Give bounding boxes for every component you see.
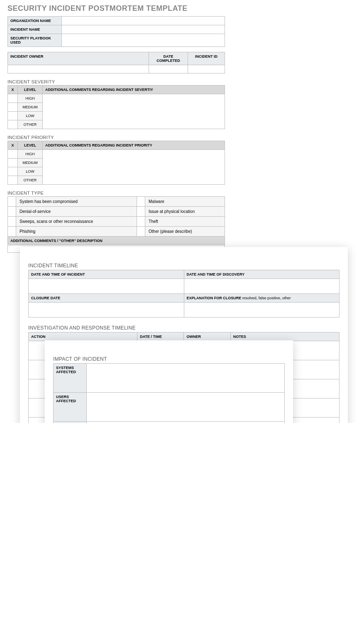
page-3-card: IMPACT OF INCIDENT SYSTEMS AFFECTED USER… bbox=[45, 340, 293, 423]
timeline-h4-note: resolved, false positive, other bbox=[241, 296, 291, 300]
type-check-5[interactable] bbox=[137, 207, 145, 217]
severity-level-low: LOW bbox=[18, 112, 43, 120]
impact-users-label: USERS AFFECTED bbox=[54, 393, 87, 422]
incident-id-value[interactable] bbox=[188, 65, 225, 73]
type-label-5: Issue at physical location bbox=[145, 207, 225, 217]
type-check-0[interactable] bbox=[8, 197, 16, 207]
date-completed-value[interactable] bbox=[149, 65, 188, 73]
priority-col-level: LEVEL bbox=[18, 141, 43, 150]
priority-level-low: LOW bbox=[18, 167, 43, 176]
timeline-v1[interactable] bbox=[29, 279, 184, 294]
incident-id-header: INCIDENT ID bbox=[188, 52, 225, 65]
org-name-label: ORGANIZATION NAME bbox=[8, 17, 62, 25]
impact-users-value[interactable] bbox=[87, 393, 285, 422]
priority-col-comments: ADDITIONAL COMMENTS REGARDING INCIDENT P… bbox=[43, 141, 225, 150]
type-table: System has been compromised Malware Deni… bbox=[7, 196, 225, 253]
type-check-1[interactable] bbox=[8, 207, 16, 217]
incident-owner-value[interactable] bbox=[8, 65, 149, 73]
type-label-7: Other (please describe) bbox=[145, 227, 225, 237]
priority-table: X LEVEL ADDITIONAL COMMENTS REGARDING IN… bbox=[7, 141, 225, 185]
impact-systems-label: SYSTEMS AFFECTED bbox=[54, 364, 87, 393]
meta-table: INCIDENT OWNER DATE COMPLETED INCIDENT I… bbox=[7, 52, 225, 73]
severity-col-comments: ADDITIONAL COMMENTS REGARDING INCIDENT S… bbox=[43, 86, 225, 94]
priority-x-other[interactable] bbox=[8, 176, 18, 185]
priority-x-low[interactable] bbox=[8, 167, 18, 176]
timeline-h4: EXPLANATION FOR CLOSURE resolved, false … bbox=[184, 294, 340, 303]
timeline-v4[interactable] bbox=[184, 303, 340, 318]
severity-col-x: X bbox=[8, 86, 18, 94]
inv-col-notes: NOTES bbox=[230, 332, 339, 341]
severity-x-medium[interactable] bbox=[8, 103, 18, 112]
priority-title: INCIDENT PRIORITY bbox=[7, 135, 225, 140]
timeline-h4-label: EXPLANATION FOR CLOSURE bbox=[187, 296, 242, 300]
impact-table: SYSTEMS AFFECTED USERS AFFECTED IMPACT O… bbox=[53, 363, 285, 423]
inv-col-action: ACTION bbox=[29, 332, 137, 341]
timeline-h3: CLOSURE DATE bbox=[29, 294, 184, 303]
type-label-1: Denial-of-service bbox=[16, 207, 137, 217]
type-label-4: Malware bbox=[145, 197, 225, 207]
priority-x-medium[interactable] bbox=[8, 159, 18, 167]
inv-col-datetime: DATE / TIME bbox=[137, 332, 184, 341]
document-title: SECURITY INCIDENT POSTMORTEM TEMPLATE bbox=[7, 4, 225, 13]
type-check-3[interactable] bbox=[8, 227, 16, 237]
priority-level-other: OTHER bbox=[18, 176, 43, 185]
timeline-table: DATE AND TIME OF INCIDENT DATE AND TIME … bbox=[28, 270, 340, 318]
timeline-v3[interactable] bbox=[29, 303, 184, 318]
priority-level-medium: MEDIUM bbox=[18, 159, 43, 167]
timeline-h1: DATE AND TIME OF INCIDENT bbox=[29, 270, 184, 279]
severity-x-high[interactable] bbox=[8, 94, 18, 103]
playbook-label: SECURITY PLAYBOOK USED bbox=[8, 34, 62, 47]
impact-parties-label: IMPACT ON OTHER INVOLVED PARTIES bbox=[54, 422, 87, 423]
incident-name-label: INCIDENT NAME bbox=[8, 25, 62, 34]
priority-col-x: X bbox=[8, 141, 18, 150]
priority-comments[interactable] bbox=[43, 150, 225, 185]
impact-title: IMPACT OF INCIDENT bbox=[53, 356, 285, 362]
type-check-6[interactable] bbox=[137, 217, 145, 227]
type-label-3: Phishing bbox=[16, 227, 137, 237]
date-completed-header: DATE COMPLETED bbox=[149, 52, 188, 65]
severity-level-high: HIGH bbox=[18, 94, 43, 103]
type-label-6: Theft bbox=[145, 217, 225, 227]
severity-comments[interactable] bbox=[43, 94, 225, 129]
type-check-2[interactable] bbox=[8, 217, 16, 227]
inv-col-owner: OWNER bbox=[184, 332, 230, 341]
priority-x-high[interactable] bbox=[8, 150, 18, 159]
severity-col-level: LEVEL bbox=[18, 86, 43, 94]
timeline-v2[interactable] bbox=[184, 279, 340, 294]
timeline-h2: DATE AND TIME OF DISCOVERY bbox=[184, 270, 340, 279]
type-check-4[interactable] bbox=[137, 197, 145, 207]
priority-level-high: HIGH bbox=[18, 150, 43, 159]
org-name-value[interactable] bbox=[62, 17, 225, 25]
incident-name-value[interactable] bbox=[62, 25, 225, 34]
severity-x-low[interactable] bbox=[8, 112, 18, 120]
type-check-7[interactable] bbox=[137, 227, 145, 237]
org-table: ORGANIZATION NAME INCIDENT NAME SECURITY… bbox=[7, 16, 225, 47]
severity-level-medium: MEDIUM bbox=[18, 103, 43, 112]
severity-level-other: OTHER bbox=[18, 120, 43, 129]
type-title: INCIDENT TYPE bbox=[7, 191, 225, 195]
severity-title: INCIDENT SEVERITY bbox=[7, 79, 225, 84]
incident-owner-header: INCIDENT OWNER bbox=[8, 52, 149, 65]
type-label-0: System has been compromised bbox=[16, 197, 137, 207]
type-additional-label: ADDITIONAL COMMENTS / "OTHER" DESCRIPTIO… bbox=[8, 237, 225, 245]
severity-x-other[interactable] bbox=[8, 120, 18, 129]
impact-systems-value[interactable] bbox=[87, 364, 285, 393]
type-label-2: Sweeps, scans or other reconnaissance bbox=[16, 217, 137, 227]
severity-table: X LEVEL ADDITIONAL COMMENTS REGARDING IN… bbox=[7, 85, 225, 129]
investigation-title: INVESTIGATION AND RESPONSE TIMELINE bbox=[28, 325, 340, 331]
playbook-value[interactable] bbox=[62, 34, 225, 47]
timeline-title: INCIDENT TIMELINE bbox=[28, 263, 340, 269]
impact-parties-value[interactable] bbox=[87, 422, 285, 423]
